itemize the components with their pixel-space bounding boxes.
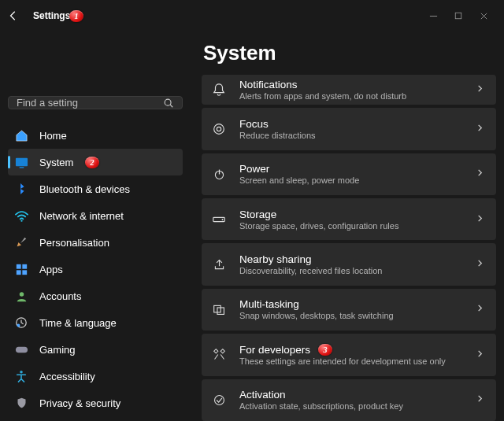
card-storage[interactable]: StorageStorage space, drives, configurat… [202,198,496,240]
minimize-button[interactable] [427,9,439,22]
brush-icon [14,235,28,249]
svg-point-13 [20,371,23,374]
chevron-right-icon [476,349,487,360]
card-title: Notifications [239,79,463,90]
main-panel: System NotificationsAlerts from apps and… [191,31,504,421]
card-subtitle: Reduce distractions [239,131,463,140]
nav-label: Accounts [39,290,81,302]
card-activation[interactable]: ActivationActivation state, subscription… [202,379,496,421]
chevron-right-icon [476,84,487,95]
svg-point-18 [222,219,224,220]
card-title: For developers [239,344,463,356]
nav-accessibility[interactable]: Accessibility [8,363,183,390]
nav-label: Time & language [39,317,117,329]
page-title: System [203,41,496,65]
nav-list: Home System 2 Bluetooth & devices Networ… [8,122,183,421]
maximize-button[interactable] [452,9,465,22]
card-subtitle: Discoverability, received files location [239,266,463,275]
nav-label: Home [39,130,67,142]
svg-rect-2 [15,157,27,165]
card-title: Focus [239,118,463,130]
annotation-badge-3: 3 [318,344,332,356]
svg-rect-3 [19,167,24,168]
search-input[interactable]: Find a setting [8,96,183,109]
multitask-icon [211,301,227,317]
nav-home[interactable]: Home [8,122,183,149]
nav-apps[interactable]: Apps [8,256,183,283]
sidebar: Find a setting Home System 2 Bluetooth &… [0,31,191,421]
annotation-badge-1: 1 [69,10,83,22]
close-button[interactable] [477,9,490,22]
power-icon [211,166,227,182]
svg-point-11 [17,324,20,327]
svg-rect-0 [455,13,461,19]
titlebar: Settings 1 [0,0,504,31]
share-icon [211,257,227,272]
nav-windows-update[interactable]: Windows Update [8,416,183,421]
card-multitasking[interactable]: Multi-taskingSnap windows, desktops, tas… [202,289,496,331]
nav-system[interactable]: System 2 [8,149,183,175]
nav-accounts[interactable]: Accounts [8,283,183,309]
chevron-right-icon [476,168,487,179]
check-icon [211,392,227,408]
card-focus[interactable]: FocusReduce distractions [202,108,496,150]
nav-privacy[interactable]: Privacy & security [8,390,183,416]
svg-rect-7 [16,270,20,275]
nav-gaming[interactable]: Gaming [8,336,183,363]
nav-label: Apps [39,264,63,275]
clock-icon [14,316,28,330]
home-icon [14,128,28,142]
card-subtitle: Storage space, drives, configuration rul… [239,221,463,231]
svg-point-21 [214,395,224,404]
svg-point-4 [20,220,22,221]
card-subtitle: Snap windows, desktops, task switching [239,311,463,320]
nav-label: System [39,157,73,168]
person-icon [14,289,28,303]
chevron-right-icon [476,394,487,405]
nav-network[interactable]: Network & internet [8,202,183,229]
svg-point-1 [165,99,171,105]
svg-point-15 [217,127,220,131]
svg-rect-6 [22,264,27,268]
nav-personalisation[interactable]: Personalisation [8,229,183,256]
accessibility-icon [14,369,28,383]
settings-list[interactable]: NotificationsAlerts from apps and system… [202,75,496,421]
nav-label: Bluetooth & devices [39,183,130,195]
card-nearby-sharing[interactable]: Nearby sharingDiscoverability, received … [202,243,496,285]
bluetooth-icon [14,182,28,196]
card-title: Nearby sharing [239,253,463,265]
system-icon [14,155,28,169]
card-title: Multi-tasking [239,298,463,310]
search-icon [163,98,174,109]
annotation-badge-2: 2 [85,157,99,168]
nav-label: Network & internet [39,210,124,222]
window-title: Settings [33,10,70,21]
wifi-icon [14,209,28,223]
svg-point-14 [214,124,224,135]
card-title: Storage [239,209,463,220]
card-power[interactable]: PowerScreen and sleep, power mode [202,153,496,195]
nav-label: Personalisation [39,237,109,249]
card-subtitle: Screen and sleep, power mode [239,175,463,185]
focus-icon [211,121,227,137]
wrench-icon [211,347,227,363]
nav-bluetooth[interactable]: Bluetooth & devices [8,175,183,202]
card-notifications[interactable]: NotificationsAlerts from apps and system… [202,75,496,105]
svg-rect-8 [22,270,27,275]
chevron-right-icon [476,214,487,225]
shield-icon [14,396,28,410]
card-subtitle: Alerts from apps and system, do not dist… [239,91,463,101]
gamepad-icon [14,342,28,356]
card-subtitle: Activation state, subscriptions, product… [239,401,463,411]
drive-icon [211,212,227,227]
svg-rect-5 [16,264,20,268]
chevron-right-icon [476,304,487,315]
card-for-developers[interactable]: For developersThese settings are intende… [202,334,496,375]
back-button[interactable] [5,7,22,24]
nav-time-language[interactable]: Time & language [8,309,183,336]
svg-point-9 [19,292,24,297]
bell-icon [211,82,227,98]
chevron-right-icon [476,124,487,135]
svg-rect-12 [15,346,27,353]
apps-icon [14,262,28,276]
